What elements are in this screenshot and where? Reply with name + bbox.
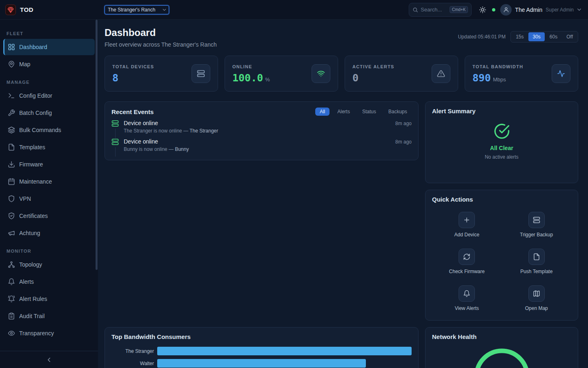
stat-card-online: ONLINE 100.0% bbox=[225, 56, 338, 92]
bandwidth-device-label: Walter bbox=[111, 361, 157, 366]
sidebar-item-label: Certificates bbox=[19, 213, 48, 219]
shield-icon bbox=[8, 195, 15, 202]
sidebar-section-label-monitor: MONITOR bbox=[7, 249, 91, 254]
file-icon bbox=[8, 144, 15, 151]
check-firmware-button[interactable] bbox=[459, 249, 475, 265]
recent-events-title: Recent Events bbox=[111, 108, 154, 115]
event-row[interactable]: Device online 8m ago The Stranger is now… bbox=[111, 120, 412, 138]
quick-action-add-device[interactable]: Add Device bbox=[432, 212, 502, 238]
event-device: The Stranger bbox=[189, 128, 218, 134]
events-list: Device online 8m ago The Stranger is now… bbox=[111, 120, 412, 157]
filter-alerts[interactable]: Alerts bbox=[333, 108, 354, 116]
network-health-ring bbox=[471, 346, 532, 368]
topbar: TOD The Stranger's Ranch Cmd+K The Admin… bbox=[0, 0, 588, 20]
quick-action-label: Open Map bbox=[525, 305, 548, 311]
refresh-60s-button[interactable]: 60s bbox=[546, 32, 561, 41]
ranch-select[interactable]: The Stranger's Ranch bbox=[105, 5, 169, 14]
quick-action-open-map[interactable]: Open Map bbox=[502, 285, 572, 311]
filter-all[interactable]: All bbox=[315, 108, 330, 116]
sidebar-item-label: Topology bbox=[19, 261, 42, 268]
refresh-interval-segmented-control: 15s 30s 60s Off bbox=[510, 31, 578, 43]
open-map-button[interactable] bbox=[528, 285, 545, 302]
quick-action-check-firmware[interactable]: Check Firmware bbox=[432, 249, 502, 274]
sidebar-item-dashboard[interactable]: Dashboard bbox=[3, 39, 95, 55]
stat-label: TOTAL BANDWIDTH bbox=[472, 64, 523, 69]
refresh-off-button[interactable]: Off bbox=[562, 32, 577, 41]
sidebar-item-vpn[interactable]: VPN bbox=[3, 191, 95, 207]
status-dot bbox=[492, 8, 495, 11]
alert-summary-title: Alert Summary bbox=[432, 108, 476, 114]
quick-action-label: Add Device bbox=[454, 232, 479, 238]
quick-action-label: Trigger Backup bbox=[520, 232, 553, 238]
top-bandwidth-card: Top Bandwidth Consumers The Stranger Wal… bbox=[105, 327, 419, 368]
user-role: Super Admin bbox=[546, 7, 574, 13]
sidebar-item-alert-rules[interactable]: Alert Rules bbox=[3, 291, 95, 307]
trigger-backup-button[interactable] bbox=[528, 212, 545, 228]
theme-toggle-button[interactable] bbox=[479, 6, 486, 13]
sidebar-item-config-editor[interactable]: Config Editor bbox=[3, 88, 95, 104]
quick-action-label: View Alerts bbox=[455, 305, 479, 311]
sidebar: FLEET Dashboard Map MANAGE Config Editor… bbox=[0, 20, 98, 368]
sun-icon bbox=[479, 6, 486, 13]
sidebar-item-audit-trail[interactable]: Audit Trail bbox=[3, 308, 95, 324]
stat-card-total-devices: TOTAL DEVICES 8 bbox=[105, 56, 218, 92]
sidebar-item-templates[interactable]: Templates bbox=[3, 139, 95, 155]
sidebar-item-bulk-commands[interactable]: Bulk Commands bbox=[3, 122, 95, 138]
push-template-button[interactable] bbox=[528, 249, 545, 265]
user-name: The Admin bbox=[515, 7, 542, 13]
stat-value: 890 bbox=[472, 72, 491, 84]
stat-unit: % bbox=[265, 76, 270, 83]
wifi-icon bbox=[312, 64, 330, 83]
refresh-icon bbox=[463, 253, 470, 260]
sidebar-item-transparency[interactable]: Transparency bbox=[3, 325, 95, 341]
page-subtitle: Fleet overview across The Stranger's Ran… bbox=[105, 41, 217, 48]
sidebar-collapse-button[interactable] bbox=[45, 356, 53, 364]
sidebar-scrollbar-thumb[interactable] bbox=[96, 20, 98, 270]
sidebar-item-label: Batch Config bbox=[19, 110, 52, 116]
search-box[interactable]: Cmd+K bbox=[409, 3, 472, 17]
sidebar-item-alerts[interactable]: Alerts bbox=[3, 274, 95, 290]
sidebar-section-label-manage: MANAGE bbox=[7, 80, 91, 85]
avatar[interactable] bbox=[500, 4, 512, 16]
check-circle-icon bbox=[494, 123, 510, 139]
filter-backups[interactable]: Backups bbox=[384, 108, 412, 116]
filter-status[interactable]: Status bbox=[358, 108, 381, 116]
sidebar-item-label: Audit Trail bbox=[19, 313, 45, 319]
shield-check-icon bbox=[8, 212, 15, 220]
stat-card-total-bandwidth: TOTAL BANDWIDTH 890Mbps bbox=[465, 56, 578, 92]
alert-status: All Clear bbox=[490, 145, 513, 151]
sidebar-item-label: Alert Rules bbox=[19, 296, 47, 302]
network-health-card: Network Health bbox=[425, 327, 578, 368]
sidebar-item-topology[interactable]: Topology bbox=[3, 256, 95, 273]
sidebar-item-label: Bulk Commands bbox=[19, 127, 61, 133]
bandwidth-bar bbox=[157, 347, 412, 355]
quick-action-view-alerts[interactable]: View Alerts bbox=[432, 285, 502, 311]
sidebar-item-firmware[interactable]: Firmware bbox=[3, 156, 95, 173]
quick-action-push-template[interactable]: Push Template bbox=[502, 249, 572, 274]
search-input[interactable] bbox=[421, 7, 447, 13]
sidebar-item-map[interactable]: Map bbox=[3, 56, 95, 72]
megaphone-icon bbox=[8, 229, 15, 237]
view-alerts-button[interactable] bbox=[459, 285, 475, 302]
stats-row: TOTAL DEVICES 8 ONLINE 100.0% ACTIVE ALE… bbox=[105, 56, 578, 92]
timeline-connector bbox=[115, 147, 116, 157]
stat-label: ONLINE bbox=[232, 64, 270, 69]
quick-action-label: Check Firmware bbox=[449, 269, 485, 274]
sidebar-item-achtung[interactable]: Achtung bbox=[3, 225, 95, 241]
add-device-button[interactable] bbox=[459, 212, 475, 228]
refresh-15s-button[interactable]: 15s bbox=[512, 32, 528, 41]
sidebar-item-certificates[interactable]: Certificates bbox=[3, 208, 95, 224]
device-server-icon bbox=[111, 120, 119, 127]
sidebar-item-label: Alerts bbox=[19, 278, 34, 285]
sidebar-item-batch-config[interactable]: Batch Config bbox=[3, 105, 95, 121]
event-row[interactable]: Device online 8m ago Bunny is now online… bbox=[111, 138, 412, 157]
bandwidth-device-label: The Stranger bbox=[111, 348, 157, 354]
page-header: Dashboard Fleet overview across The Stra… bbox=[105, 27, 578, 48]
sidebar-item-maintenance[interactable]: Maintenance bbox=[3, 173, 95, 190]
refresh-30s-button[interactable]: 30s bbox=[528, 32, 544, 41]
network-health-title: Network Health bbox=[432, 333, 477, 340]
quick-actions-card: Quick Actions Add Device Trigger Backup bbox=[425, 190, 578, 321]
user-icon bbox=[503, 7, 509, 13]
user-menu-chevron-down-icon[interactable] bbox=[576, 7, 582, 13]
quick-action-trigger-backup[interactable]: Trigger Backup bbox=[502, 212, 572, 238]
